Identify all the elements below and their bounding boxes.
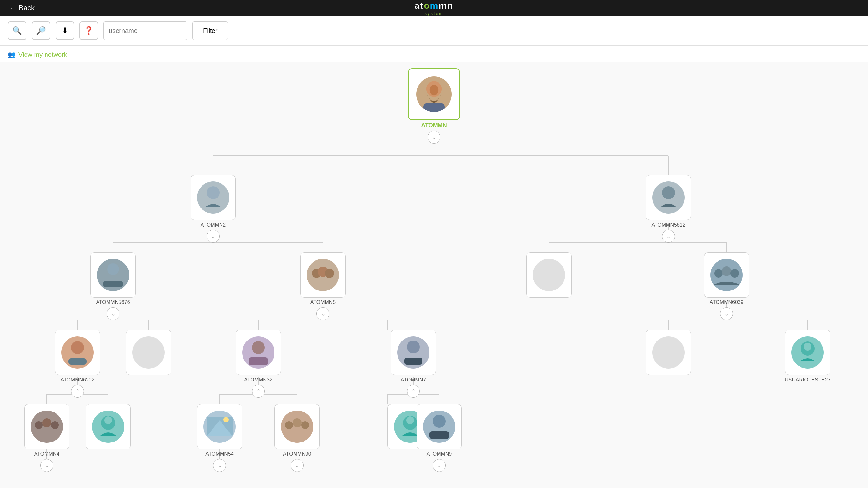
node-atommn6202[interactable]: ATOMMN6202 ⌃ — [55, 330, 100, 398]
label-atommn90: ATOMMN90 — [283, 451, 311, 457]
node-box-atommn6039[interactable] — [704, 252, 749, 298]
svg-point-69 — [285, 421, 293, 429]
view-network-link[interactable]: 👥 View my network — [8, 51, 860, 58]
expand-atommn5676[interactable]: ⌄ — [106, 307, 120, 320]
zoom-in-icon: 🔍 — [12, 26, 22, 35]
node-box-atommn5[interactable] — [300, 252, 345, 298]
avatar-atommn9 — [423, 411, 455, 443]
zoom-in-button[interactable]: 🔍 — [8, 21, 27, 40]
node-atommn6039[interactable]: ATOMMN6039 ⌄ — [704, 252, 749, 320]
node-usuarioteste27[interactable]: USUARIOTESTE27 — [785, 330, 831, 383]
tree-area: ATOMMN ⌄ ATOMMN2 ⌄ ATOMMN5612 ⌄ — [0, 62, 868, 488]
zoom-out-button[interactable]: 🔎 — [32, 21, 51, 40]
node-atommn5612[interactable]: ATOMMN5612 ⌄ — [646, 175, 691, 243]
label-atommn9: ATOMMN9 — [427, 451, 452, 457]
label-atommn5: ATOMMN5 — [310, 299, 336, 305]
avatar-empty3 — [652, 336, 685, 368]
svg-rect-58 — [404, 358, 423, 365]
node-atommn7[interactable]: ATOMMN7 ⌃ — [391, 330, 436, 398]
node-empty2[interactable] — [126, 330, 171, 377]
svg-point-51 — [722, 266, 732, 276]
node-box-empty1[interactable] — [526, 252, 571, 298]
expand-atommn2[interactable]: ⌄ — [207, 230, 220, 243]
expand-atommn5612[interactable]: ⌄ — [662, 230, 675, 243]
node-box-empty3[interactable] — [646, 330, 691, 375]
expand-atommn7[interactable]: ⌃ — [407, 385, 420, 398]
svg-point-65 — [104, 416, 112, 424]
expand-atommn5[interactable]: ⌄ — [316, 307, 330, 320]
toolbar: 🔍 🔎 ⬇ ❓ Filter — [0, 16, 868, 45]
avatar-atommn6039 — [710, 259, 743, 291]
label-atommn4: ATOMMN4 — [34, 451, 60, 457]
svg-point-41 — [430, 85, 438, 95]
expand-atommn4[interactable]: ⌄ — [40, 459, 53, 472]
node-box-atommn5612[interactable] — [646, 175, 691, 220]
node-atommn5676[interactable]: ATOMMN5676 ⌄ — [90, 252, 135, 320]
avatar-usuarioteste27 — [792, 336, 824, 368]
download-button[interactable]: ⬇ — [56, 21, 74, 40]
node-box-atommn7[interactable] — [391, 330, 436, 375]
svg-point-57 — [407, 340, 420, 353]
label-atommn6039: ATOMMN6039 — [709, 299, 743, 305]
expand-atommn90[interactable]: ⌄ — [290, 459, 304, 472]
avatar-atommn — [416, 76, 452, 112]
node-box-atommn32[interactable] — [236, 330, 281, 375]
node-atommn90[interactable]: ATOMMN90 ⌄ — [275, 404, 320, 472]
expand-atommn6039[interactable]: ⌄ — [720, 307, 733, 320]
node-box-atommn90[interactable] — [275, 404, 320, 449]
svg-point-63 — [51, 421, 59, 429]
expand-atommn9[interactable]: ⌄ — [433, 459, 445, 472]
svg-point-50 — [714, 269, 723, 278]
node-box-usuarioteste27[interactable] — [785, 330, 830, 375]
svg-point-45 — [107, 263, 119, 275]
avatar-empty1 — [533, 259, 565, 291]
node-empty3[interactable] — [646, 330, 691, 377]
logo-sub: system — [424, 11, 443, 16]
node-empty1[interactable] — [526, 252, 571, 299]
node-box-atommn4[interactable] — [24, 404, 69, 449]
expand-atommn32[interactable]: ⌃ — [252, 385, 265, 398]
back-button[interactable]: ← Back — [10, 4, 35, 12]
node-atommn9[interactable]: ATOMMN9 ⌄ — [416, 404, 462, 472]
node-atommn2[interactable]: ATOMMN2 ⌄ — [190, 175, 236, 243]
expand-atommn[interactable]: ⌄ — [428, 131, 440, 143]
expand-atommn54[interactable]: ⌄ — [213, 459, 226, 472]
avatar-atommn2 — [197, 182, 229, 214]
filter-label: Filter — [203, 27, 217, 34]
node-box-atommn2[interactable] — [190, 175, 236, 220]
back-label: ← Back — [10, 4, 35, 12]
node-box-atommn[interactable] — [408, 68, 460, 120]
zoom-out-icon: 🔎 — [36, 26, 46, 35]
svg-point-43 — [207, 186, 220, 199]
node-teal1[interactable] — [86, 404, 131, 451]
node-box-atommn9[interactable] — [416, 404, 462, 449]
node-atommn5[interactable]: ATOMMN5 ⌄ — [300, 252, 345, 320]
label-atommn7: ATOMMN7 — [401, 377, 426, 383]
node-box-empty2[interactable] — [126, 330, 171, 375]
node-box-atommn5676[interactable] — [90, 252, 135, 298]
avatar-atommn5612 — [652, 182, 685, 214]
logo: atommn system — [414, 1, 454, 16]
avatar-atommn5676 — [97, 259, 129, 291]
node-atommn[interactable]: ATOMMN ⌄ — [408, 68, 460, 143]
node-box-teal1[interactable] — [86, 404, 131, 449]
svg-point-71 — [301, 421, 309, 429]
view-network-label: View my network — [19, 51, 67, 58]
svg-point-62 — [42, 418, 51, 427]
avatar-atommn54 — [204, 411, 236, 443]
label-usuarioteste27: USUARIOTESTE27 — [785, 377, 831, 383]
expand-atommn6202[interactable]: ⌃ — [71, 385, 84, 398]
filter-button[interactable]: Filter — [192, 21, 228, 40]
node-atommn32[interactable]: ATOMMN32 ⌃ — [236, 330, 281, 398]
node-atommn54[interactable]: ATOMMN54 ⌄ — [197, 404, 242, 472]
label-atommn5676: ATOMMN5676 — [96, 299, 130, 305]
network-icon: 👥 — [8, 51, 16, 58]
node-box-atommn6202[interactable] — [55, 330, 100, 375]
avatar-teal1 — [92, 411, 124, 443]
search-input[interactable] — [103, 21, 187, 40]
help-icon: ❓ — [84, 26, 94, 35]
node-atommn4[interactable]: ATOMMN4 ⌄ — [24, 404, 69, 472]
svg-rect-54 — [68, 358, 87, 365]
node-box-atommn54[interactable] — [197, 404, 242, 449]
help-button[interactable]: ❓ — [80, 21, 98, 40]
